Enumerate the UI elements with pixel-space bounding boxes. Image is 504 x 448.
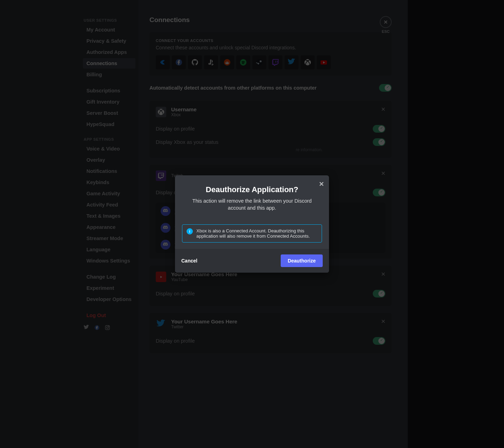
integration-battlenet[interactable] <box>156 55 170 69</box>
twitter-icon <box>156 319 166 329</box>
sidebar-item-subscriptions[interactable]: Subscriptions <box>83 85 135 96</box>
youtube-icon <box>156 272 166 282</box>
svg-point-6 <box>225 62 229 64</box>
modal-info-box: i Xbox is also a Connected Account. Deau… <box>182 224 322 243</box>
sidebar-item-activity-feed[interactable]: Activity Feed <box>83 200 135 210</box>
youtube-platform-label: YouTube <box>171 277 237 282</box>
deauthorize-button[interactable]: Deauthorize <box>281 254 323 267</box>
sidebar-item-billing[interactable]: Billing <box>83 69 135 80</box>
twitter-display-profile-toggle[interactable] <box>373 337 385 345</box>
sidebar-item-language[interactable]: Language <box>83 244 135 255</box>
auto-detect-row: Automatically detect accounts from other… <box>149 81 392 94</box>
twitter-icon[interactable] <box>84 325 89 332</box>
instagram-icon[interactable] <box>105 325 110 332</box>
disconnect-twitch-button[interactable] <box>380 170 386 177</box>
integration-xbox[interactable] <box>301 55 315 69</box>
modal-close-button[interactable]: ✕ <box>319 180 324 188</box>
svg-point-2 <box>106 327 108 328</box>
connect-sub: Connect these accounts and unlock specia… <box>156 45 385 50</box>
integration-spotify[interactable] <box>236 55 250 69</box>
svg-point-8 <box>228 62 229 63</box>
integration-twitter[interactable] <box>285 55 299 69</box>
sidebar-item-notifications[interactable]: Notifications <box>83 166 135 176</box>
disconnect-twitter-button[interactable] <box>380 318 386 326</box>
twitter-platform-label: Twitter <box>171 324 237 329</box>
sidebar-item-streamer-mode[interactable]: Streamer Mode <box>83 233 135 244</box>
sidebar-item-developer-options[interactable]: Developer Options <box>83 294 135 304</box>
svg-point-11 <box>260 61 262 63</box>
close-label: ESC <box>380 29 392 34</box>
integration-row <box>156 55 385 69</box>
sidebar-item-server-boost[interactable]: Server Boost <box>83 108 135 118</box>
integration-reddit[interactable] <box>220 55 234 69</box>
sidebar-item-privacy-safety[interactable]: Privacy & Safety <box>83 36 135 46</box>
twitter-username: Your Username Goes Here <box>171 318 237 324</box>
close-icon <box>380 16 392 28</box>
twitter-display-profile-label: Display on profile <box>156 338 195 344</box>
sidebar-item-overlay[interactable]: Overlay <box>83 155 135 165</box>
modal-title: Deauthorize Application? <box>182 185 322 194</box>
svg-point-3 <box>108 326 109 327</box>
xbox-display-profile-label: Display on profile <box>156 126 195 132</box>
connect-accounts-panel: CONNECT YOUR ACCOUNTS Connect these acco… <box>149 32 392 76</box>
twitch-icon <box>156 170 166 181</box>
xbox-display-status-label: Display Xbox as your status <box>156 139 218 145</box>
connection-card-xbox: Username Xbox Display on profile Display… <box>149 101 392 158</box>
page-title: Connections <box>149 16 392 24</box>
svg-point-10 <box>256 59 262 65</box>
xbox-platform-label: Xbox <box>171 112 197 117</box>
youtube-display-profile-toggle[interactable] <box>373 290 385 298</box>
sidebar-item-voice-video[interactable]: Voice & Video <box>83 144 135 154</box>
sidebar-item-change-log[interactable]: Change Log <box>83 272 135 282</box>
modal-description: This action will remove the link between… <box>182 198 322 211</box>
xbox-display-status-toggle[interactable] <box>373 138 385 146</box>
xbox-hint: re information. <box>156 147 385 152</box>
auto-detect-toggle[interactable] <box>379 84 392 92</box>
youtube-display-profile-label: Display on profile <box>156 291 195 296</box>
sidebar-item-experiment[interactable]: Experiment <box>83 283 135 293</box>
integration-playstation[interactable] <box>204 55 218 69</box>
sidebar-item-authorized-apps[interactable]: Authorized Apps <box>83 47 135 57</box>
discord-icon <box>161 206 170 216</box>
sidebar-item-game-activity[interactable]: Game Activity <box>83 188 135 199</box>
svg-point-7 <box>226 62 226 63</box>
disconnect-youtube-button[interactable] <box>380 271 386 278</box>
sidebar-item-appearance[interactable]: Appearance <box>83 222 135 232</box>
deauthorize-modal: ✕ Deauthorize Application? This action w… <box>175 175 329 272</box>
sidebar-item-keybinds[interactable]: Keybinds <box>83 177 135 188</box>
sidebar-item-windows-settings[interactable]: Windows Settings <box>83 255 135 266</box>
sidebar-item-connections[interactable]: Connections <box>83 58 135 69</box>
connection-card-twitter: Your Username Goes Here Twitter Display … <box>149 313 392 353</box>
settings-sidebar: USER SETTINGS My Account Privacy & Safet… <box>0 0 138 448</box>
sidebar-social <box>83 321 135 332</box>
connect-header: CONNECT YOUR ACCOUNTS <box>156 38 385 43</box>
facebook-icon[interactable] <box>94 325 100 332</box>
integration-facebook[interactable] <box>172 55 186 69</box>
disconnect-xbox-button[interactable] <box>380 106 386 113</box>
integration-youtube[interactable] <box>317 55 331 69</box>
sidebar-item-gift-inventory[interactable]: Gift Inventory <box>83 97 135 107</box>
discord-icon <box>161 240 170 250</box>
sidebar-item-text-images[interactable]: Text & Images <box>83 211 135 221</box>
integration-steam[interactable] <box>252 55 266 69</box>
discord-icon <box>161 223 170 233</box>
cancel-button[interactable]: Cancel <box>181 258 197 264</box>
modal-info-text: Xbox is also a Connected Account. Deauth… <box>196 228 317 239</box>
close-settings-button[interactable]: ESC <box>380 16 392 34</box>
integration-github[interactable] <box>188 55 202 69</box>
sidebar-header-user: USER SETTINGS <box>83 16 135 24</box>
auto-detect-label: Automatically detect accounts from other… <box>149 85 317 91</box>
info-icon: i <box>187 228 193 234</box>
integration-twitch[interactable] <box>268 55 282 69</box>
sidebar-item-hypesquad[interactable]: HypeSquad <box>83 119 135 130</box>
twitch-display-profile-toggle[interactable] <box>373 189 385 196</box>
xbox-display-profile-toggle[interactable] <box>373 125 385 133</box>
sidebar-item-logout[interactable]: Log Out <box>83 310 135 321</box>
xbox-username: Username <box>171 106 197 112</box>
xbox-icon <box>156 107 166 117</box>
sidebar-header-app: APP SETTINGS <box>83 135 135 144</box>
sidebar-item-my-account[interactable]: My Account <box>83 24 135 35</box>
